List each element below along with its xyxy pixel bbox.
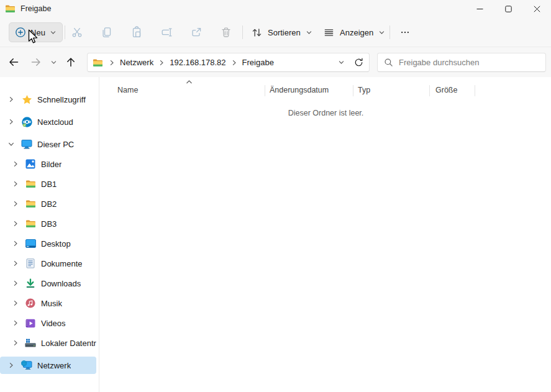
back-button[interactable]: [4, 52, 24, 72]
chevron-right-icon: [231, 60, 237, 66]
folder-icon: [93, 58, 103, 67]
sidebar-item-label: Bilder: [41, 160, 61, 169]
sidebar-item-db3[interactable]: DB3: [0, 215, 96, 232]
toolbar: Neu Sortieren Anzeigen: [0, 17, 551, 47]
chevron-right-icon[interactable]: [12, 161, 19, 167]
sidebar-item-dokumente[interactable]: Dokumente: [0, 255, 96, 272]
sidebar-item-lokaler-datenträger[interactable]: Lokaler Datenträger: [0, 334, 96, 352]
breadcrumb-item-192-168-178-82[interactable]: 192.168.178.82: [168, 57, 227, 68]
chevron-right-icon[interactable]: [12, 221, 19, 227]
chevron-down-icon: [50, 59, 57, 66]
chevron-right-icon[interactable]: [12, 280, 19, 286]
sidebar-item-videos[interactable]: Videos: [0, 314, 96, 332]
chevron-right-icon[interactable]: [12, 340, 19, 346]
copy-button[interactable]: [94, 21, 119, 43]
breadcrumb: Netzwerk192.168.178.82Freigabe: [106, 57, 276, 68]
sidebar-item-musik[interactable]: Musik: [0, 294, 96, 312]
close-button[interactable]: [522, 0, 551, 17]
chevron-right-icon[interactable]: [12, 320, 19, 326]
chevron-right-icon[interactable]: [8, 119, 14, 125]
chevron-right-icon[interactable]: [8, 96, 14, 103]
network-icon: [21, 360, 32, 370]
sort-ascending-caret-icon: [186, 80, 193, 84]
star-icon: [21, 94, 32, 105]
window-title: Freigabe: [20, 4, 51, 13]
column-header-größe[interactable]: Größe: [435, 86, 457, 94]
arrow-up-icon: [65, 56, 77, 68]
refresh-icon: [353, 57, 364, 68]
folder-icon: [5, 4, 16, 13]
folder-icon: [25, 180, 36, 188]
address-dropdown-button[interactable]: [338, 59, 345, 66]
share-button[interactable]: [184, 21, 209, 43]
more-options-button[interactable]: [393, 21, 417, 43]
add-circle-icon: [15, 27, 26, 38]
cut-button[interactable]: [65, 21, 89, 43]
sidebar-item-bilder[interactable]: Bilder: [0, 155, 96, 173]
chevron-right-icon[interactable]: [12, 300, 19, 306]
pictures-icon: [25, 159, 36, 169]
rename-button[interactable]: [154, 21, 179, 43]
share-icon: [190, 26, 203, 39]
nextcloud-icon: [21, 117, 32, 127]
this-pc-icon: [21, 139, 32, 149]
column-header-änderungsdatum[interactable]: Änderungsdatum: [270, 86, 329, 94]
sort-button-label: Sortieren: [268, 28, 301, 37]
new-button[interactable]: Neu: [9, 22, 63, 42]
new-button-label: Neu: [30, 28, 45, 37]
chevron-right-icon[interactable]: [12, 181, 19, 187]
chevron-down-icon[interactable]: [8, 141, 14, 147]
delete-button[interactable]: [214, 21, 239, 43]
chevron-down-icon: [306, 29, 312, 36]
chevron-right-icon[interactable]: [8, 362, 14, 368]
up-button[interactable]: [61, 52, 81, 72]
sidebar-item-dieser-pc[interactable]: Dieser PC: [0, 135, 96, 153]
view-button[interactable]: Anzeigen: [318, 21, 390, 43]
paste-icon: [130, 26, 143, 39]
sidebar-item-netzwerk[interactable]: Netzwerk: [0, 357, 96, 374]
empty-folder-message: Dieser Ordner ist leer.: [100, 109, 551, 117]
music-icon: [25, 298, 36, 308]
minimize-icon: [476, 6, 483, 12]
chevron-right-icon[interactable]: [12, 260, 19, 267]
maximize-button[interactable]: [494, 0, 522, 17]
search-input[interactable]: [399, 58, 539, 67]
sidebar-item-desktop[interactable]: Desktop: [0, 235, 96, 252]
sidebar-item-schnellzugriff[interactable]: Schnellzugriff: [0, 91, 96, 108]
column-header-typ[interactable]: Typ: [358, 86, 370, 94]
sidebar-item-downloads[interactable]: Downloads: [0, 275, 96, 292]
sidebar-item-label: Dokumente: [41, 259, 82, 268]
sidebar-item-label: Lokaler Datenträger: [41, 339, 96, 348]
sidebar-item-label: DB3: [41, 219, 57, 229]
folder-icon: [25, 219, 36, 228]
file-list-area[interactable]: NameÄnderungsdatumTypGröße Dieser Ordner…: [100, 77, 551, 392]
paste-button[interactable]: [124, 21, 149, 43]
file-explorer-window: Freigabe Neu Sortieren Anzeigen: [0, 0, 551, 392]
chevron-right-icon[interactable]: [12, 240, 19, 247]
arrow-left-icon: [7, 56, 20, 68]
minimize-button[interactable]: [465, 0, 494, 17]
ellipsis-icon: [399, 27, 411, 38]
breadcrumb-item-netzwerk[interactable]: Netzwerk: [118, 57, 155, 68]
maximize-icon: [505, 6, 512, 12]
sidebar-item-nextcloud[interactable]: Nextcloud: [0, 113, 96, 130]
column-header-name[interactable]: Name: [117, 86, 138, 94]
chevron-right-icon: [109, 60, 115, 66]
column-divider: [265, 85, 265, 96]
column-divider: [353, 85, 353, 96]
sidebar-item-db1[interactable]: DB1: [0, 175, 96, 193]
search-icon: [384, 58, 393, 67]
address-bar[interactable]: Netzwerk192.168.178.82Freigabe: [87, 53, 370, 72]
refresh-button[interactable]: [353, 57, 364, 68]
forward-button[interactable]: [26, 52, 46, 72]
toolbar-divider: [242, 25, 243, 39]
rename-icon: [160, 26, 173, 39]
column-divider: [475, 85, 475, 96]
chevron-right-icon[interactable]: [12, 201, 19, 207]
sidebar-item-db2[interactable]: DB2: [0, 195, 96, 212]
breadcrumb-item-freigabe[interactable]: Freigabe: [240, 57, 276, 68]
recent-locations-button[interactable]: [47, 52, 60, 72]
drive-icon: [25, 339, 36, 348]
sort-button[interactable]: Sortieren: [246, 21, 317, 43]
sidebar-item-label: Netzwerk: [37, 361, 71, 370]
